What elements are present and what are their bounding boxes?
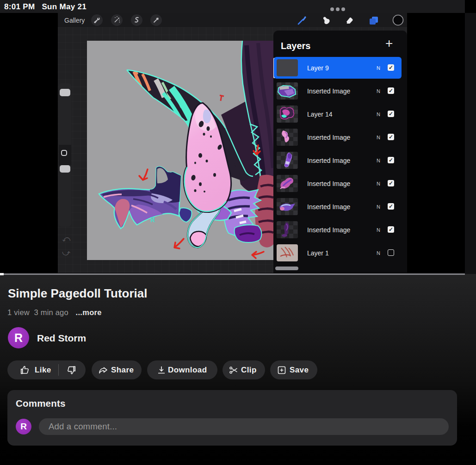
svg-text:R: R <box>150 216 155 224</box>
